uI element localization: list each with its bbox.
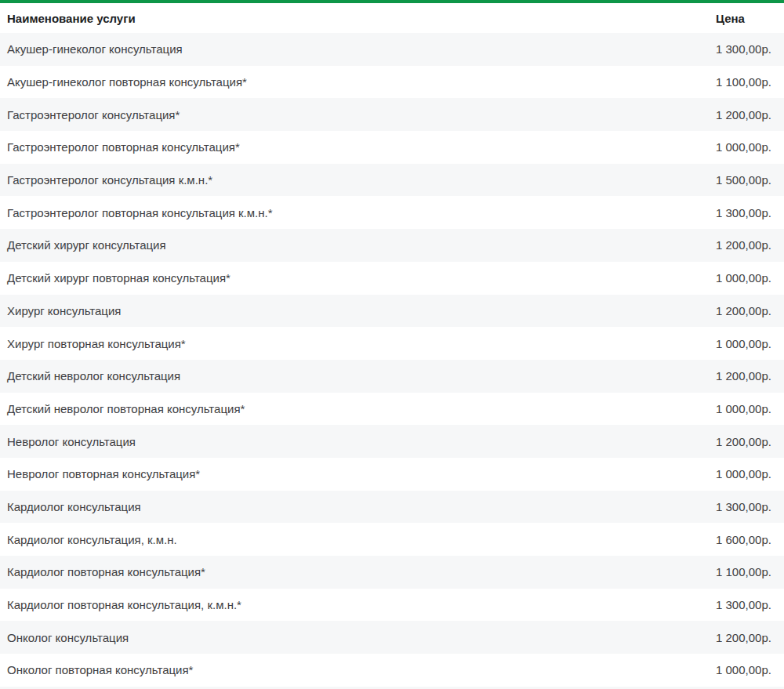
- table-row: Гастроэнтеролог консультация*1 200,00р.: [0, 98, 784, 131]
- service-price: 1 000,00р.: [716, 654, 784, 687]
- table-row: Гастроэнтеролог повторная консультация*1…: [0, 131, 784, 164]
- service-price: 1 100,00р.: [716, 556, 784, 589]
- service-price: 1 000,00р.: [716, 327, 784, 360]
- table-row: Детский невролог консультация1 200,00р.: [0, 360, 784, 393]
- table-row: Хирург повторная консультация*1 000,00р.: [0, 327, 784, 360]
- service-name: Детский хирург консультация: [0, 229, 716, 262]
- service-price: 1 200,00р.: [716, 425, 784, 458]
- table-row: Гастроэнтеролог консультация к.м.н.*1 50…: [0, 164, 784, 197]
- service-price: 1 200,00р.: [716, 360, 784, 393]
- table-row: Кардиолог консультация1 300,00р.: [0, 491, 784, 524]
- service-price: 1 300,00р.: [716, 589, 784, 622]
- service-name: Кардиолог повторная консультация*: [0, 556, 716, 589]
- table-row: Невролог повторная консультация*1 000,00…: [0, 458, 784, 491]
- service-name: Акушер-гинеколог консультация: [0, 33, 716, 66]
- table-row: Кардиолог повторная консультация, к.м.н.…: [0, 589, 784, 622]
- service-name: Гастроэнтеролог консультация*: [0, 98, 716, 131]
- service-price: 1 500,00р.: [716, 164, 784, 197]
- service-name: Акушер-гинеколог повторная консультация*: [0, 66, 716, 99]
- service-name: Детский невролог консультация: [0, 360, 716, 393]
- price-table: Наименование услуги Цена Акушер-гинеколо…: [0, 3, 784, 687]
- service-price: 1 200,00р.: [716, 229, 784, 262]
- table-row: Онколог повторная консультация*1 000,00р…: [0, 654, 784, 687]
- table-row: Акушер-гинеколог консультация1 300,00р.: [0, 33, 784, 66]
- service-name: Невролог повторная консультация*: [0, 458, 716, 491]
- service-price: 1 300,00р.: [716, 491, 784, 524]
- service-price: 1 000,00р.: [716, 393, 784, 426]
- service-price: 1 300,00р.: [716, 33, 784, 66]
- service-name: Гастроэнтеролог консультация к.м.н.*: [0, 164, 716, 197]
- price-table-body: Акушер-гинеколог консультация1 300,00р.А…: [0, 33, 784, 687]
- service-name: Гастроэнтеролог повторная консультация к…: [0, 196, 716, 229]
- service-name: Гастроэнтеролог повторная консультация*: [0, 131, 716, 164]
- service-price: 1 300,00р.: [716, 196, 784, 229]
- table-row: Акушер-гинеколог повторная консультация*…: [0, 66, 784, 99]
- service-name: Невролог консультация: [0, 425, 716, 458]
- service-name: Онколог повторная консультация*: [0, 654, 716, 687]
- table-row: Невролог консультация1 200,00р.: [0, 425, 784, 458]
- table-row: Кардиолог консультация, к.м.н.1 600,00р.: [0, 523, 784, 556]
- service-name: Хирург повторная консультация*: [0, 327, 716, 360]
- service-price: 1 100,00р.: [716, 66, 784, 99]
- column-header-service-name: Наименование услуги: [0, 3, 716, 33]
- service-name: Онколог консультация: [0, 621, 716, 654]
- table-row: Кардиолог повторная консультация*1 100,0…: [0, 556, 784, 589]
- service-price: 1 200,00р.: [716, 621, 784, 654]
- service-price: 1 600,00р.: [716, 523, 784, 556]
- service-name: Детский хирург повторная консультация*: [0, 262, 716, 295]
- service-price: 1 200,00р.: [716, 98, 784, 131]
- service-name: Хирург консультация: [0, 295, 716, 328]
- table-row: Детский невролог повторная консультация*…: [0, 393, 784, 426]
- column-header-price: Цена: [716, 3, 784, 33]
- price-list-page: Наименование услуги Цена Акушер-гинеколо…: [0, 0, 784, 689]
- service-name: Детский невролог повторная консультация*: [0, 393, 716, 426]
- table-row: Детский хирург повторная консультация*1 …: [0, 262, 784, 295]
- service-price: 1 200,00р.: [716, 295, 784, 328]
- service-name: Кардиолог повторная консультация, к.м.н.…: [0, 589, 716, 622]
- service-name: Кардиолог консультация: [0, 491, 716, 524]
- table-row: Детский хирург консультация1 200,00р.: [0, 229, 784, 262]
- service-price: 1 000,00р.: [716, 262, 784, 295]
- service-name: Кардиолог консультация, к.м.н.: [0, 523, 716, 556]
- table-row: Гастроэнтеролог повторная консультация к…: [0, 196, 784, 229]
- table-row: Хирург консультация1 200,00р.: [0, 295, 784, 328]
- service-price: 1 000,00р.: [716, 458, 784, 491]
- table-row: Онколог консультация1 200,00р.: [0, 621, 784, 654]
- table-header-row: Наименование услуги Цена: [0, 3, 784, 33]
- service-price: 1 000,00р.: [716, 131, 784, 164]
